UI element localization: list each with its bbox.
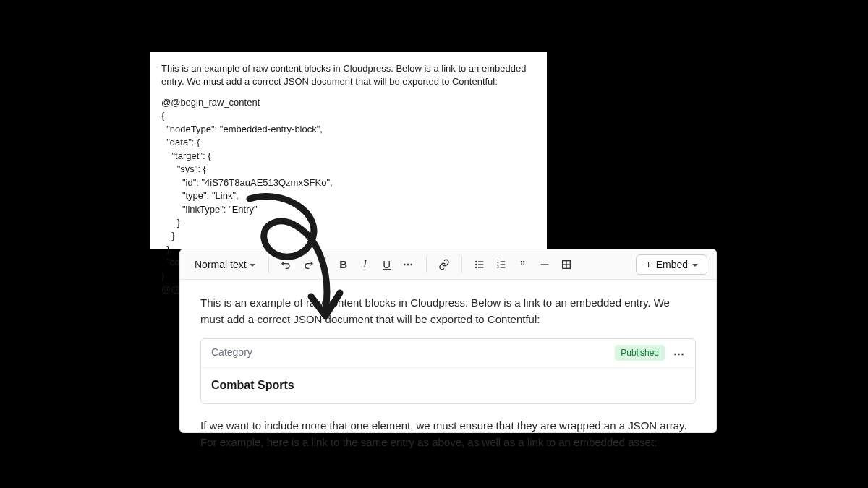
- underline-button[interactable]: U: [377, 254, 397, 275]
- link-button[interactable]: [434, 254, 454, 275]
- bold-icon: B: [339, 258, 347, 270]
- bullet-list-icon: [474, 259, 485, 270]
- chevron-down-icon: [250, 264, 255, 267]
- undo-icon: [281, 259, 292, 270]
- numbered-list-icon: 123: [495, 259, 507, 270]
- redo-icon: [302, 259, 314, 270]
- undo-button[interactable]: [276, 254, 297, 275]
- toolbar-divider: [461, 257, 462, 273]
- link-icon: [438, 259, 450, 270]
- text-style-dropdown[interactable]: Normal text: [189, 256, 261, 273]
- bold-button[interactable]: B: [333, 254, 354, 275]
- rich-text-editor: Normal text B I U ⋯ 123 ”: [179, 249, 717, 433]
- horizontal-rule-button[interactable]: [535, 254, 555, 275]
- hr-icon: [539, 259, 550, 270]
- raw-intro-text: This is an example of raw content blocks…: [161, 62, 535, 89]
- embed-category-label: Category: [211, 345, 252, 361]
- svg-point-4: [475, 264, 476, 265]
- raw-content-panel: This is an example of raw content blocks…: [150, 52, 547, 249]
- editor-toolbar: Normal text B I U ⋯ 123 ”: [180, 249, 716, 280]
- embed-label: Embed: [656, 259, 688, 270]
- card-options-button[interactable]: ⋯: [673, 345, 685, 361]
- svg-text:3: 3: [497, 265, 499, 269]
- numbered-list-button[interactable]: 123: [491, 254, 511, 275]
- table-icon: [561, 259, 572, 270]
- editor-body[interactable]: This is an example of raw content blocks…: [180, 280, 716, 475]
- quote-icon: ”: [520, 258, 526, 270]
- chevron-down-icon: [692, 264, 698, 267]
- toolbar-divider: [268, 257, 269, 273]
- redo-button[interactable]: [298, 254, 318, 275]
- ellipsis-icon: ⋯: [403, 259, 414, 270]
- editor-paragraph: If we want to include more that one elem…: [200, 417, 696, 451]
- more-formatting-button[interactable]: ⋯: [399, 254, 419, 275]
- status-badge: Published: [615, 345, 665, 361]
- text-style-label: Normal text: [195, 259, 247, 270]
- svg-point-5: [475, 267, 476, 267]
- editor-paragraph: This is an example of raw content blocks…: [200, 294, 696, 328]
- svg-point-3: [475, 261, 476, 262]
- italic-button[interactable]: I: [355, 254, 375, 275]
- underline-icon: U: [383, 258, 391, 270]
- table-button[interactable]: [556, 254, 576, 275]
- italic-icon: I: [363, 258, 367, 270]
- embedded-entry-card[interactable]: Category Published ⋯ Combat Sports: [200, 338, 696, 404]
- plus-icon: +: [645, 260, 651, 270]
- embed-card-header: Category Published ⋯: [201, 339, 695, 368]
- bullet-list-button[interactable]: [469, 254, 490, 275]
- blockquote-button[interactable]: ”: [513, 254, 533, 275]
- toolbar-divider: [426, 257, 427, 273]
- embed-button[interactable]: + Embed: [636, 254, 707, 275]
- toolbar-divider: [326, 257, 326, 273]
- embed-card-title: Combat Sports: [201, 368, 695, 403]
